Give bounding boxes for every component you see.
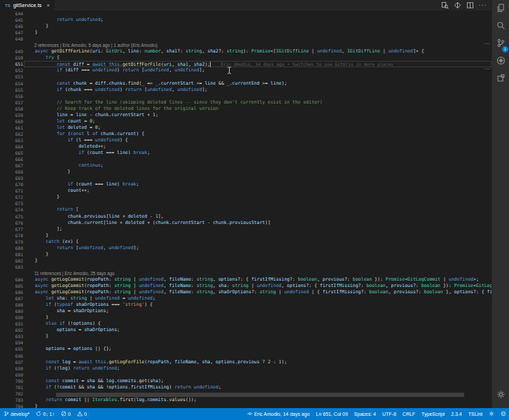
code-line[interactable]: 680 return [undefined, undefined]; xyxy=(0,245,491,251)
line-number[interactable]: 704 xyxy=(0,403,24,408)
code-line[interactable]: 694 xyxy=(0,340,491,346)
code-line[interactable]: 672 } xyxy=(0,194,491,200)
code-line[interactable]: 653 xyxy=(0,74,491,80)
code-line[interactable]: 651 const diff = await this.getDiffForFi… xyxy=(0,61,491,67)
line-number[interactable]: 660 xyxy=(0,118,24,125)
code-line[interactable]: 670 if (count === line) break; xyxy=(0,181,491,188)
codelens-row[interactable]: 2 references | Eric Amodio, 5 days ago |… xyxy=(0,42,491,48)
code-line[interactable]: 691 else if (!options) { xyxy=(0,321,491,327)
line-number[interactable]: 658 xyxy=(0,106,24,112)
code-line[interactable]: 695 options = options || {}; xyxy=(0,346,491,352)
sync-status[interactable]: 0↓ 1↑ xyxy=(36,411,55,417)
code-line[interactable]: 665 if (count === line) break; xyxy=(0,150,491,156)
source-control-activity-item[interactable]: 1 xyxy=(492,35,509,52)
code-line[interactable]: 659 line = line - chunk.currentStart + 1… xyxy=(0,112,491,118)
code-line[interactable]: 704 } xyxy=(0,403,491,408)
branch-status[interactable]: develop* xyxy=(4,411,29,417)
code-line[interactable]: 662 for (const l of chunk.current) { xyxy=(0,131,491,137)
line-number[interactable]: 666 xyxy=(0,156,24,162)
line-number[interactable]: 664 xyxy=(0,144,24,150)
language-mode[interactable]: TypeScript xyxy=(421,412,445,416)
line-number[interactable]: 655 xyxy=(0,87,24,93)
code-line[interactable]: 658 // Keep track of the deleted lines f… xyxy=(0,106,491,112)
line-number[interactable]: 648 xyxy=(0,36,24,42)
line-number[interactable]: 683 xyxy=(0,264,24,270)
line-number[interactable]: 688 xyxy=(0,302,24,308)
manage-gear-button[interactable] xyxy=(492,386,509,404)
more-actions-icon[interactable]: ··· xyxy=(479,1,487,9)
line-number[interactable]: 672 xyxy=(0,194,24,200)
line-number[interactable]: 675 xyxy=(0,214,24,220)
line-number[interactable] xyxy=(0,42,24,48)
encoding[interactable]: UTF-8 xyxy=(382,412,396,416)
line-number[interactable]: 700 xyxy=(0,378,24,384)
cursor-position[interactable]: Ln 651, Col 09 xyxy=(316,412,348,416)
line-number[interactable]: 663 xyxy=(0,137,24,144)
line-number[interactable]: 703 xyxy=(0,397,24,403)
code-line[interactable]: 650 try { xyxy=(0,55,491,61)
code-line[interactable]: 678 } xyxy=(0,232,491,239)
code-line[interactable]: 684 async getLogCommit(repoPath: string … xyxy=(0,276,491,283)
line-number[interactable]: 654 xyxy=(0,80,24,87)
line-number[interactable]: 650 xyxy=(0,55,24,61)
line-number[interactable]: 657 xyxy=(0,99,24,106)
code-line[interactable]: 679 catch (ex) { xyxy=(0,239,491,245)
code-line[interactable]: 681 } xyxy=(0,251,491,258)
code-line[interactable]: 668 } xyxy=(0,169,491,175)
line-number[interactable]: 692 xyxy=(0,327,24,333)
code-line[interactable]: 693 } xyxy=(0,333,491,340)
code-line[interactable]: 661 let deleted = 0; xyxy=(0,125,491,131)
line-number[interactable]: 698 xyxy=(0,365,24,372)
code-line[interactable]: 698 if (!log) return undefined; xyxy=(0,365,491,372)
warning-count[interactable]: 0 xyxy=(77,411,87,417)
extensions-activity-item[interactable] xyxy=(492,70,509,88)
line-number[interactable]: 656 xyxy=(0,93,24,99)
code-line[interactable]: 700 const commit = sha && log.commits.ge… xyxy=(0,378,491,384)
code-line[interactable]: 671 count++; xyxy=(0,188,491,194)
line-number[interactable]: 661 xyxy=(0,125,24,131)
indentation[interactable]: Spaces: 4 xyxy=(354,412,376,416)
code-line[interactable]: 683 xyxy=(0,264,491,270)
line-number[interactable]: 682 xyxy=(0,258,24,264)
line-number[interactable]: 678 xyxy=(0,232,24,239)
line-number[interactable]: 652 xyxy=(0,67,24,74)
code-line[interactable]: 692 options = shaOrOptions; xyxy=(0,327,491,333)
split-editor-icon[interactable] xyxy=(466,1,474,9)
line-number[interactable]: 659 xyxy=(0,112,24,118)
code-line[interactable]: 682 } xyxy=(0,258,491,264)
error-count[interactable]: 0 xyxy=(61,411,71,417)
code-line[interactable]: 667 continue; xyxy=(0,162,491,169)
line-number[interactable]: 676 xyxy=(0,220,24,226)
close-tab-icon[interactable]: × xyxy=(47,2,50,8)
code-line[interactable]: 690 } xyxy=(0,314,491,321)
line-number[interactable] xyxy=(0,270,24,276)
line-number[interactable]: 694 xyxy=(0,340,24,346)
code-line[interactable]: 647 } xyxy=(0,29,491,36)
line-number[interactable]: 644 xyxy=(0,10,24,17)
line-number[interactable]: 691 xyxy=(0,321,24,327)
code-line[interactable]: 674 return [ xyxy=(0,206,491,213)
code-line[interactable]: 649 async getDiffForLine(uri: GitUri, li… xyxy=(0,48,491,55)
line-number[interactable]: 651 xyxy=(0,61,24,67)
line-number[interactable]: 693 xyxy=(0,333,24,340)
horizontal-scrollbar[interactable] xyxy=(56,393,464,397)
tab-gitservice[interactable]: TS gitService.ts × xyxy=(0,0,55,10)
line-number[interactable]: 649 xyxy=(0,48,24,55)
code-line[interactable]: 675 chunk.previous[line + deleted - 1], xyxy=(0,214,491,220)
line-number[interactable]: 670 xyxy=(0,181,24,188)
code-line[interactable]: 657 // Search for the line (skipping del… xyxy=(0,99,491,106)
line-number[interactable]: 646 xyxy=(0,23,24,29)
code-line[interactable]: 663 if (l === undefined) { xyxy=(0,137,491,144)
line-number[interactable]: 647 xyxy=(0,29,24,36)
line-number[interactable]: 673 xyxy=(0,200,24,206)
line-number[interactable]: 674 xyxy=(0,206,24,213)
search-activity-item[interactable] xyxy=(492,18,509,35)
code-line[interactable]: 689 sha = shaOrOptions; xyxy=(0,308,491,314)
line-number[interactable]: 699 xyxy=(0,372,24,378)
code-line[interactable]: 664 deleted++; xyxy=(0,144,491,150)
code-line[interactable]: 644 xyxy=(0,10,491,17)
line-number[interactable]: 690 xyxy=(0,314,24,321)
code-line[interactable]: 699 xyxy=(0,372,491,378)
line-number[interactable]: 645 xyxy=(0,17,24,23)
files-activity-item[interactable] xyxy=(492,0,509,18)
